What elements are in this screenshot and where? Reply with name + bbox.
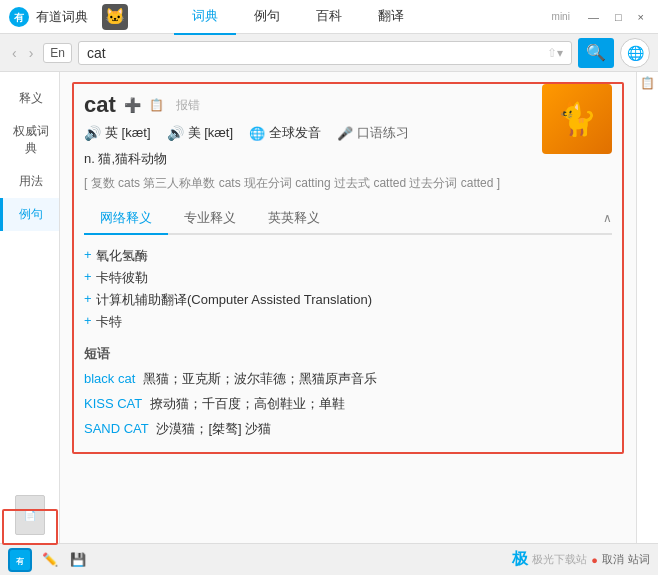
cat-icon-btn[interactable]: 🐱 (102, 4, 128, 30)
main-area: 释义 权威词典 用法 例句 📄 cat ➕ 📋 报错 🐈 (0, 72, 658, 543)
globe-pronunciation-icon: 🌐 (249, 126, 265, 141)
share-icon[interactable]: ⇧ (547, 46, 557, 60)
oral-label: 口语练习 (357, 124, 409, 142)
language-selector[interactable]: En (43, 43, 72, 63)
phonetics-row: 🔊 英 [kæt] 🔊 美 [kæt] 🌐 全球发音 🎤 口语练习 (84, 124, 612, 142)
svg-text:有: 有 (15, 557, 24, 566)
close-button[interactable]: × (632, 9, 650, 25)
uk-pronunciation[interactable]: 🔊 英 [kæt] (84, 124, 151, 142)
oral-practice[interactable]: 🎤 口语练习 (337, 124, 409, 142)
phrase-value-kiss-cat: 撩动猫；千百度；高创鞋业；单鞋 (150, 396, 345, 411)
watermark-text: 极光下载站 (532, 552, 587, 567)
app-title: 有道词典 (36, 8, 88, 26)
phrase-value-black-cat: 黑猫；亚克斯；波尔菲德；黑猫原声音乐 (143, 371, 377, 386)
cat-image: 🐈 (542, 84, 612, 154)
search-bar: ‹ › En ⇧ ▾ 🔍 🌐 (0, 34, 658, 72)
maximize-button[interactable]: □ (609, 9, 628, 25)
nav-arrows: ‹ › (8, 43, 37, 63)
word-title: cat (84, 92, 116, 118)
sidebar-item-examples[interactable]: 例句 (0, 198, 59, 231)
title-bar: 有 有道词典 🐱 词典 例句 百科 翻译 mini — □ × (0, 0, 658, 34)
word-header: cat ➕ 📋 报错 (84, 92, 612, 118)
tab-encyclopedia[interactable]: 百科 (298, 0, 360, 35)
youdao-bottom-icon[interactable]: 有 (8, 548, 32, 572)
add-notebook-icon[interactable]: 📋 (149, 98, 164, 112)
status-text-1: 取消 (602, 552, 624, 567)
us-speaker-icon: 🔊 (167, 125, 184, 141)
back-button[interactable]: ‹ (8, 43, 21, 63)
collapse-button[interactable]: ∧ (603, 211, 612, 225)
word-detail-box: cat ➕ 📋 报错 🐈 🔊 英 [kæt] 🔊 美 [kæt] (72, 82, 624, 454)
globe-button[interactable]: 🌐 (620, 38, 650, 68)
list-item: 氧化氢酶 (84, 247, 612, 265)
globe-icon: 🌐 (627, 45, 644, 61)
uk-phonetic: 英 [kæt] (105, 124, 151, 142)
search-wrapper: ⇧ ▾ (78, 41, 572, 65)
status-text-2: 站词 (628, 552, 650, 567)
grammar-note: [ 复数 cats 第三人称单数 cats 现在分词 catting 过去式 c… (84, 174, 612, 193)
sidebar-image-area: 📄 (0, 487, 59, 543)
add-word-button[interactable]: ➕ (124, 97, 141, 113)
sidebar-item-usage[interactable]: 用法 (0, 165, 59, 198)
tab-network-meaning[interactable]: 网络释义 (84, 203, 168, 235)
right-action-btn[interactable]: 📋 (640, 76, 655, 90)
uk-speaker-icon: 🔊 (84, 125, 101, 141)
right-action-bar: 📋 (636, 72, 658, 543)
mini-label: mini (552, 11, 570, 22)
phrase-title: 短语 (84, 345, 612, 363)
meaning-list: 氧化氢酶 卡特彼勒 计算机辅助翻译(Computer Assisted Tran… (84, 247, 612, 331)
us-pronunciation[interactable]: 🔊 美 [kæt] (167, 124, 234, 142)
mic-icon: 🎤 (337, 126, 353, 141)
meaning-tabs: 网络释义 专业释义 英英释义 ∧ (84, 203, 612, 235)
phrase-section: 短语 black cat 黑猫；亚克斯；波尔菲德；黑猫原声音乐 KISS CAT… (84, 345, 612, 439)
bottom-pencil-icon[interactable]: ✏️ (40, 550, 60, 570)
global-label: 全球发音 (269, 124, 321, 142)
minimize-button[interactable]: — (582, 9, 605, 25)
phrase-value-sand-cat: 沙漠猫；[桀骜] 沙猫 (156, 421, 271, 436)
phrase-key-black-cat[interactable]: black cat (84, 371, 135, 386)
list-item: 卡特彼勒 (84, 269, 612, 287)
window-controls: mini — □ × (552, 9, 650, 25)
search-button[interactable]: 🔍 (578, 38, 614, 68)
global-pronunciation[interactable]: 🌐 全球发音 (249, 124, 321, 142)
search-icon: 🔍 (586, 43, 606, 62)
word-definition: n. 猫,猫科动物 (84, 150, 612, 168)
network-meanings-section: 氧化氢酶 卡特彼勒 计算机辅助翻译(Computer Assisted Tran… (84, 247, 612, 331)
list-item: 计算机辅助翻译(Computer Assisted Translation) (84, 291, 612, 309)
bottom-save-icon[interactable]: 💾 (68, 550, 88, 570)
tab-translate[interactable]: 翻译 (360, 0, 422, 35)
tab-english-meaning[interactable]: 英英释义 (252, 203, 336, 233)
sidebar-item-authoritative[interactable]: 权威词典 (0, 115, 59, 165)
jiguang-logo-icon: 极 (512, 549, 528, 570)
phrase-key-sand-cat[interactable]: SAND CAT (84, 421, 149, 436)
report-link[interactable]: 报错 (176, 97, 200, 114)
status-icons: ● 取消 站词 (591, 552, 650, 567)
dropdown-icon[interactable]: ▾ (557, 46, 563, 60)
tab-dictionary[interactable]: 词典 (174, 0, 236, 35)
nav-tabs: 词典 例句 百科 翻译 (174, 0, 422, 35)
bottom-right-area: 极 极光下载站 ● 取消 站词 (512, 549, 650, 570)
list-item: 卡特 (84, 313, 612, 331)
us-phonetic: 美 [kæt] (188, 124, 234, 142)
phrase-key-kiss-cat[interactable]: KISS CAT (84, 396, 142, 411)
phrase-item-sand-cat: SAND CAT 沙漠猫；[桀骜] 沙猫 (84, 419, 612, 440)
tab-professional-meaning[interactable]: 专业释义 (168, 203, 252, 233)
tab-examples[interactable]: 例句 (236, 0, 298, 35)
app-logo: 有 (8, 6, 30, 28)
cat-thumbnail: 🐈 (542, 84, 612, 154)
bottom-app-wrapper: 有 (8, 548, 32, 572)
sidebar-image: 📄 (15, 495, 45, 535)
sidebar-item-definition[interactable]: 释义 (0, 82, 59, 115)
content-area: cat ➕ 📋 报错 🐈 🔊 英 [kæt] 🔊 美 [kæt] (60, 72, 636, 543)
phrase-item-kiss-cat: KISS CAT 撩动猫；千百度；高创鞋业；单鞋 (84, 394, 612, 415)
bottom-bar: 有 ✏️ 💾 极 极光下载站 ● 取消 站词 (0, 543, 658, 575)
svg-text:有: 有 (13, 12, 25, 23)
search-input[interactable] (87, 45, 543, 61)
meaning-item-3: 计算机辅助翻译(Computer Assisted Translation) (96, 292, 372, 307)
phrase-item-black-cat: black cat 黑猫；亚克斯；波尔菲德；黑猫原声音乐 (84, 369, 612, 390)
cancel-icon: ● (591, 554, 598, 566)
forward-button[interactable]: › (25, 43, 38, 63)
sidebar: 释义 权威词典 用法 例句 📄 (0, 72, 60, 543)
